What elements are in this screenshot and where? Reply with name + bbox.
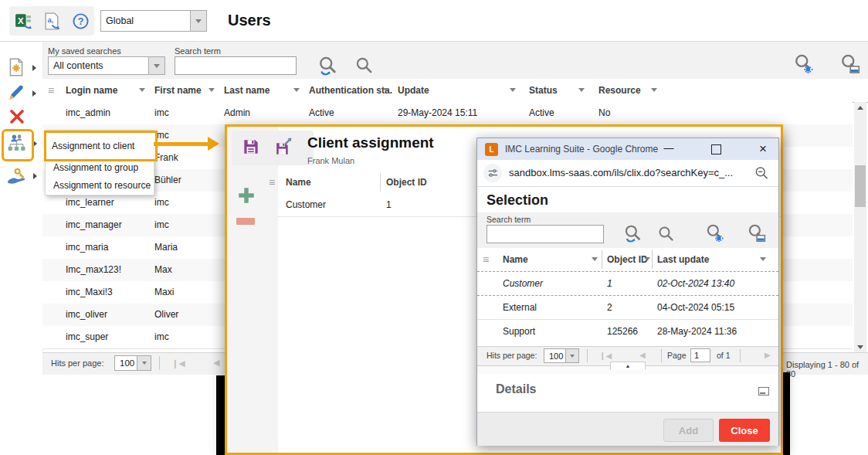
cell-object-id: 2 (607, 302, 612, 313)
cell-first: Oliver (154, 309, 178, 320)
filter-caret-icon[interactable] (592, 257, 598, 261)
popup-table-row[interactable]: Support 125266 28-May-2024 11:36 (477, 319, 778, 343)
favicon: L (485, 143, 498, 156)
chevron-right-icon (33, 173, 37, 179)
selection-heading: Selection (487, 192, 548, 209)
column-header-resource[interactable]: Resource (598, 85, 641, 96)
window-title-bar[interactable]: L IMC Learning Suite - Google Chrome (477, 138, 778, 160)
hits-per-page-select[interactable]: 100 (114, 355, 151, 371)
filter-caret-icon[interactable] (139, 88, 145, 92)
cell-name: Customer (503, 278, 543, 289)
scrollbar-thumb[interactable] (855, 165, 866, 207)
popup-search-button[interactable] (656, 225, 675, 243)
permissions-button[interactable] (6, 166, 27, 187)
pagination-prev-button[interactable]: ◀ (213, 358, 219, 367)
document-export-button[interactable]: a, (42, 12, 62, 31)
collapse-details-button[interactable] (758, 387, 769, 396)
column-header-status[interactable]: Status (529, 85, 558, 96)
search-reset-button[interactable] (317, 56, 338, 77)
menu-item-assignment-to-resource[interactable]: Assignment to resource (46, 176, 154, 194)
dialog-column-object-id[interactable]: Object ID (386, 177, 427, 188)
popup-advanced-search-button[interactable] (704, 223, 724, 243)
column-header-last-name[interactable]: Last name (224, 85, 270, 96)
popup-search-window-button[interactable] (746, 223, 766, 243)
dialog-column-name[interactable]: Name (286, 177, 311, 188)
scrollbar-up-button[interactable] (854, 102, 866, 113)
search-term-input[interactable] (175, 56, 297, 75)
popup-column-last-update[interactable]: Last update (657, 254, 709, 265)
scope-select-button[interactable] (190, 11, 206, 31)
popup-table-row-assigned[interactable]: Customer 1 02-Oct-2024 13:40 (477, 271, 778, 296)
site-settings-icon[interactable] (483, 164, 502, 182)
popup-column-object-id[interactable]: Object ID (607, 254, 648, 265)
search-in-window-button[interactable] (839, 53, 860, 75)
popup-search-reset-button[interactable] (622, 224, 643, 244)
splitter-handle[interactable]: ▲ (610, 362, 646, 370)
popup-search-input[interactable] (487, 225, 604, 243)
zoom-page-icon[interactable] (754, 165, 769, 181)
popup-hits-select[interactable]: 100 (544, 348, 579, 363)
url-text[interactable]: sandbox.lms-saas.com/ils/clix.do?searchK… (509, 167, 733, 178)
close-button[interactable]: Close (719, 419, 770, 442)
menu-item-assignment-to-client[interactable]: Assignment to client (44, 131, 158, 161)
hits-select-button[interactable] (565, 349, 578, 362)
advanced-search-button[interactable] (792, 53, 814, 75)
scrollbar-down-button[interactable] (854, 341, 866, 352)
save-button[interactable] (241, 137, 261, 157)
filter-caret-icon[interactable] (760, 257, 766, 261)
scope-select[interactable]: Global (100, 10, 207, 32)
filter-caret-icon[interactable] (651, 88, 657, 92)
popup-page-input[interactable]: 1 (690, 348, 710, 362)
popup-pagination-first-button[interactable]: ❙◀ (599, 351, 612, 360)
filter-caret-icon[interactable] (209, 88, 215, 92)
saved-searches-button[interactable] (148, 57, 164, 74)
popup-pagination-next-button[interactable]: ▶ (765, 351, 771, 359)
search-settings-icon (792, 53, 814, 75)
chevron-right-icon (32, 65, 36, 71)
excel-export-button[interactable]: X (14, 12, 33, 31)
divider (740, 349, 741, 362)
menu-item-label: Assignment to group (46, 162, 138, 173)
maximize-button[interactable] (711, 144, 721, 154)
popup-table-row[interactable]: External 2 04-Oct-2024 05:15 (477, 295, 778, 320)
new-entry-button[interactable] (6, 57, 26, 77)
edit-button[interactable] (6, 83, 26, 103)
menu-item-assignment-to-group[interactable]: Assignment to group (46, 158, 154, 176)
minimize-button[interactable]: — (659, 141, 678, 158)
chevron-right-icon (32, 90, 36, 97)
saved-searches-select[interactable]: All contents (48, 56, 165, 75)
close-window-button[interactable]: × (755, 140, 771, 158)
save-and-close-button[interactable] (273, 137, 294, 158)
filter-caret-icon[interactable] (578, 88, 585, 92)
filter-caret-icon[interactable] (383, 88, 389, 92)
popup-pagination-prev-button[interactable]: ◀ (639, 351, 646, 359)
add-button[interactable]: Add (663, 419, 714, 442)
scrollbar-track[interactable] (854, 102, 866, 352)
cell-first: imc (154, 219, 169, 230)
details-splitter[interactable]: ▲ (477, 365, 778, 374)
column-header-login-name[interactable]: Login name (66, 85, 117, 96)
help-button[interactable]: ? (72, 12, 90, 30)
popup-hits-value: 100 (544, 349, 565, 362)
column-header-first-name[interactable]: First name (154, 85, 202, 96)
column-header-auth-status[interactable]: Authentication sta. (309, 85, 392, 96)
cell-first: imc (154, 331, 169, 342)
search-button[interactable] (354, 56, 374, 76)
search-window-icon (839, 53, 860, 75)
column-header-update[interactable]: Update (398, 85, 429, 96)
cell-last-update: 02-Oct-2024 13:40 (657, 278, 734, 289)
delete-button[interactable] (8, 107, 26, 126)
svg-text:?: ? (78, 15, 84, 26)
popup-column-name[interactable]: Name (503, 254, 528, 265)
pagination-first-button[interactable]: ❙◀ (171, 358, 185, 368)
add-assignment-button[interactable] (236, 185, 256, 205)
popup-page-of-label: of 1 (717, 351, 731, 360)
cell-resource: No (598, 107, 610, 118)
hits-select-button[interactable] (137, 356, 151, 370)
filter-caret-icon[interactable] (644, 257, 650, 261)
filter-caret-icon[interactable] (510, 88, 516, 92)
table-row[interactable]: imc_admin imc Admin Active 29-May-2024 1… (42, 102, 853, 125)
remove-assignment-button[interactable] (236, 218, 255, 225)
filter-caret-icon[interactable] (293, 88, 300, 92)
dialog-shadow-right (783, 372, 790, 455)
